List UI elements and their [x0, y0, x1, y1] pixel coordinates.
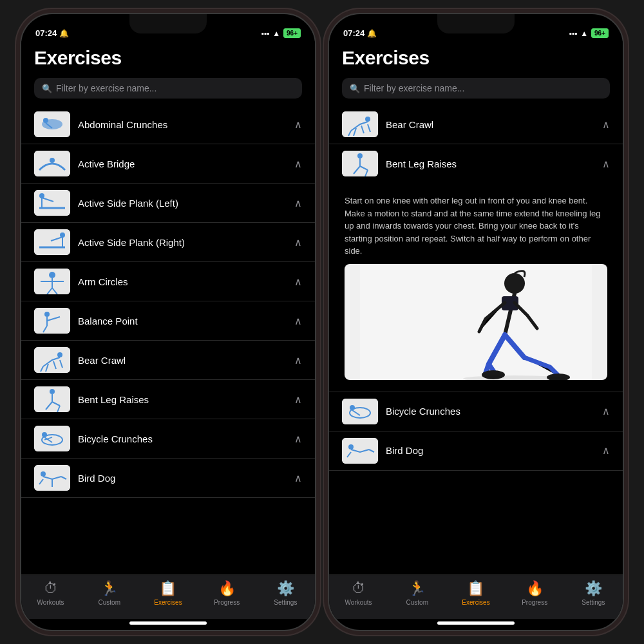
tab-workouts-icon-left: ⏱: [44, 580, 58, 597]
exercise-name-bear-crawl: Bear Crawl: [78, 355, 287, 366]
svg-line-16: [52, 288, 57, 294]
svg-line-24: [53, 361, 56, 369]
thumb-bear-crawl: [34, 347, 70, 373]
svg-point-32: [42, 432, 47, 437]
exercise-item-bear-crawl[interactable]: Bear Crawl ∧: [21, 341, 315, 380]
page-header-right: Exercises: [329, 41, 623, 74]
tab-settings-left[interactable]: ⚙️ Settings: [266, 580, 305, 606]
exercise-item-bird-dog-right[interactable]: Bird Dog ∧: [329, 431, 623, 471]
tab-custom-left[interactable]: 🏃 Custom: [90, 580, 129, 606]
svg-line-15: [47, 288, 52, 294]
svg-point-39: [365, 117, 370, 122]
search-placeholder-left: Filter by exercise name...: [56, 83, 156, 93]
svg-line-37: [39, 479, 43, 484]
tab-exercises-label-left: Exercises: [154, 599, 182, 606]
exercise-name-bird-dog: Bird Dog: [78, 473, 287, 484]
tab-workouts-right[interactable]: ⏱ Workouts: [339, 580, 378, 606]
chevron-bent-leg-raises-right: ∧: [602, 158, 610, 170]
svg-line-30: [57, 406, 60, 412]
svg-point-35: [41, 471, 46, 477]
time-right: 07:24: [343, 28, 365, 38]
screen-right: Exercises 🔍 Filter by exercise name...: [329, 41, 623, 574]
tab-exercises-label-right: Exercises: [462, 599, 489, 606]
exercise-image-bent-leg-raises: [345, 264, 607, 380]
svg-point-55: [350, 405, 355, 410]
chevron-bicycle-crunches-right: ∧: [602, 405, 610, 417]
tab-progress-label-right: Progress: [522, 599, 547, 606]
svg-point-10: [60, 232, 65, 238]
exercise-item-bent-leg-raises[interactable]: Bent Leg Raises ∧: [21, 380, 315, 419]
thumb-bicycle-crunches-right: [342, 399, 378, 424]
thumb-bird-dog: [34, 465, 70, 491]
signal-icon-right: ▪▪▪: [569, 29, 577, 38]
thumb-active-bridge: [34, 151, 70, 176]
tab-custom-right[interactable]: 🏃 Custom: [398, 580, 437, 606]
search-placeholder-right: Filter by exercise name...: [364, 83, 464, 93]
exercise-name-side-plank-left: Active Side Plank (Left): [78, 198, 287, 209]
exercise-item-bicycle-crunches[interactable]: Bicycle Crunches ∧: [21, 419, 315, 459]
svg-point-12: [49, 272, 55, 278]
exercise-name-side-plank-right: Active Side Plank (Right): [78, 237, 287, 248]
exercise-item-active-bridge[interactable]: Active Bridge ∧: [21, 144, 315, 184]
chevron-bird-dog-right: ∧: [602, 444, 610, 457]
exercise-item-side-plank-left[interactable]: Active Side Plank (Left) ∧: [21, 184, 315, 223]
exercise-item-bent-leg-raises-expanded[interactable]: Bent Leg Raises ∧ Start on one knee with…: [329, 144, 623, 392]
screen-left: Exercises 🔍 Filter by exercise name...: [21, 41, 315, 574]
svg-line-42: [361, 126, 364, 133]
thumb-abdominal-crunches: [34, 111, 70, 137]
exercise-item-side-plank-right[interactable]: Active Side Plank (Right) ∧: [21, 223, 315, 262]
tab-workouts-icon-right: ⏱: [352, 580, 366, 597]
chevron-bent-leg-raises: ∧: [294, 393, 302, 406]
exercise-name-bicycle-crunches-right: Bicycle Crunches: [386, 406, 594, 417]
phones-container: 07:24 🔔 ▪▪▪ ▲ 96+ Exercises 🔍 Filter by …: [20, 13, 624, 631]
tab-workouts-left[interactable]: ⏱ Workouts: [32, 580, 70, 606]
svg-point-21: [57, 352, 62, 357]
exercise-item-abdominal-crunches[interactable]: Abdominal Crunches ∧: [21, 105, 315, 144]
notch-spacer-right: [434, 29, 511, 38]
chevron-balance-point: ∧: [294, 315, 302, 327]
tab-custom-icon-right: 🏃: [408, 580, 426, 597]
status-bar-right: 07:24 🔔 ▪▪▪ ▲ 96+: [329, 21, 623, 41]
thumb-arm-circles: [34, 269, 70, 294]
signal-icon-left: ▪▪▪: [261, 29, 269, 38]
svg-line-22: [41, 366, 43, 372]
tab-exercises-icon-left: 📋: [159, 580, 176, 597]
tab-progress-label-left: Progress: [214, 599, 240, 606]
exercise-name-bear-crawl-right: Bear Crawl: [386, 119, 594, 130]
tab-progress-right[interactable]: 🔥 Progress: [515, 580, 554, 606]
chevron-arm-circles: ∧: [294, 276, 302, 288]
exercise-item-arm-circles[interactable]: Arm Circles ∧: [21, 262, 315, 301]
svg-line-48: [365, 170, 368, 176]
exercise-item-bear-crawl-right[interactable]: Bear Crawl ∧: [329, 105, 623, 144]
search-bar-left[interactable]: 🔍 Filter by exercise name...: [34, 78, 302, 99]
search-icon-right: 🔍: [350, 84, 360, 93]
bent-leg-raises-description-wrapper: Start on one knee with other leg out in …: [342, 184, 610, 385]
svg-line-7: [42, 198, 53, 202]
tab-exercises-right[interactable]: 📋 Exercises: [457, 580, 495, 606]
tab-exercises-left[interactable]: 📋 Exercises: [149, 580, 187, 606]
exercise-name-balance-point: Balance Point: [78, 316, 287, 327]
exercise-name-bird-dog-right: Bird Dog: [386, 445, 594, 456]
bent-leg-raises-description: Start on one knee with other leg out in …: [345, 189, 607, 264]
svg-line-29: [52, 402, 60, 406]
thumb-side-plank-left: [34, 190, 70, 216]
chevron-bear-crawl: ∧: [294, 354, 302, 366]
exercise-name-bent-leg-raises-right: Bent Leg Raises: [386, 158, 594, 169]
tab-workouts-label-right: Workouts: [345, 599, 372, 606]
battery-right: 96+: [591, 28, 609, 38]
chevron-side-plank-left: ∧: [294, 197, 302, 209]
tab-settings-right[interactable]: ⚙️ Settings: [574, 580, 612, 606]
exercise-name-abdominal-crunches: Abdominal Crunches: [78, 119, 287, 130]
thumb-bent-leg-raises-right: [342, 151, 378, 176]
search-bar-right[interactable]: 🔍 Filter by exercise name...: [342, 78, 610, 99]
tab-progress-left[interactable]: 🔥 Progress: [207, 580, 246, 606]
exercise-item-bicycle-crunches-right[interactable]: Bicycle Crunches ∧: [329, 392, 623, 431]
svg-point-57: [348, 444, 354, 450]
svg-point-26: [50, 389, 55, 394]
chevron-bear-crawl-right: ∧: [602, 118, 610, 131]
wifi-icon-right: ▲: [580, 29, 588, 38]
svg-line-46: [354, 166, 360, 174]
svg-line-43: [368, 124, 370, 132]
exercise-item-bird-dog[interactable]: Bird Dog ∧: [21, 459, 315, 498]
exercise-item-balance-point[interactable]: Balance Point ∧: [21, 301, 315, 341]
